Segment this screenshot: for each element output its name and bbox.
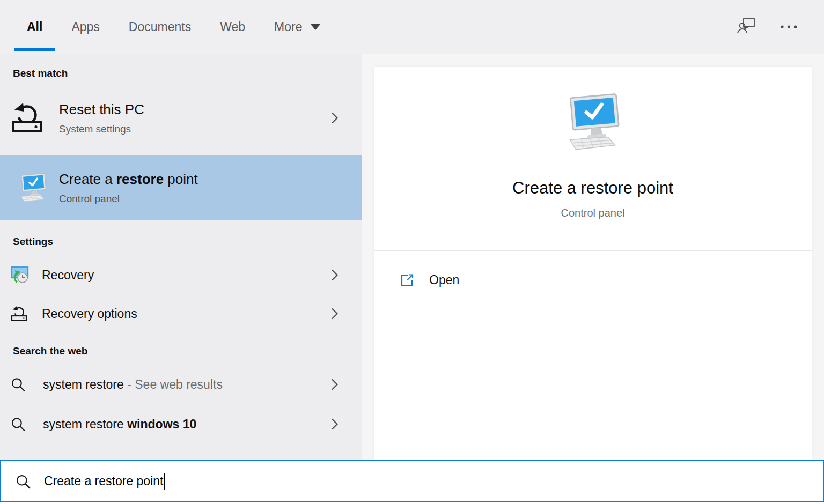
feedback-button[interactable] [736,17,755,36]
tab-documents-label: Documents [129,20,191,34]
tab-web[interactable]: Web [207,0,258,54]
preview-subtitle: Control panel [561,207,625,219]
settings-header: Settings [0,235,362,249]
search-input[interactable]: Create a restore point [0,460,824,502]
web-suggestion-windows-10[interactable]: system restore windows 10 [0,407,362,441]
search-icon [11,377,25,392]
chevron-right-icon [331,269,339,281]
tab-web-label: Web [220,20,245,34]
preview-panel: Create a restore point Control panel Ope… [374,67,812,460]
chevron-right-icon [331,379,339,391]
result-label: Recovery [42,268,94,283]
more-options-button[interactable] [780,25,798,29]
tab-apps[interactable]: Apps [58,0,112,54]
result-reset-this-pc[interactable]: Reset this PC System settings [0,80,362,155]
tab-more[interactable]: More [261,0,334,54]
result-recovery-options[interactable]: Recovery options [0,296,362,331]
chevron-right-icon [331,418,339,431]
open-action[interactable]: Open [374,265,812,295]
active-tab-indicator [14,48,55,51]
tabbar-right-actions [736,0,824,54]
text-cursor [164,473,165,490]
search-icon [16,474,31,489]
web-query: system restore - See web results [43,377,223,392]
divider [374,250,812,251]
tab-list: All Apps Documents Web More [14,0,334,54]
pc-check-icon [16,171,49,204]
open-external-icon [400,273,414,287]
search-input-value: Create a restore point [44,474,163,488]
result-recovery[interactable]: Recovery [0,257,362,293]
ellipsis-icon [780,25,798,29]
search-filter-tabbar: All Apps Documents Web More [0,0,824,54]
tab-more-label: More [274,20,302,34]
recovery-clock-icon [11,265,29,285]
preview-panel-background: Create a restore point Control panel Ope… [362,54,824,460]
reset-pc-icon [11,102,43,134]
tab-apps-label: Apps [71,20,99,34]
chevron-down-icon [310,24,321,30]
pc-check-icon [560,90,626,155]
result-label: Recovery options [42,307,137,321]
reset-pc-icon [11,306,27,322]
tab-all-label: All [27,20,42,34]
feedback-icon [736,17,755,36]
result-subtitle: System settings [59,123,362,135]
search-the-web-header: Search the web [0,344,362,358]
web-suggestion-see-results[interactable]: system restore - See web results [0,368,362,401]
result-create-restore-point[interactable]: Create a restore point Control panel [0,155,362,220]
open-label: Open [429,273,459,287]
results-list-panel: Best match Reset this PC System settings… [0,54,362,460]
best-match-header: Best match [0,54,362,80]
result-title: Create a restore point [59,171,362,188]
tab-all[interactable]: All [14,0,55,54]
search-icon [11,417,25,432]
preview-title: Create a restore point [512,179,673,198]
search-results-area: Best match Reset this PC System settings… [0,54,824,460]
chevron-right-icon [331,308,339,320]
result-title: Reset this PC [59,101,362,118]
tab-documents[interactable]: Documents [116,0,204,54]
chevron-right-icon [331,112,339,124]
windows-search-flyout: All Apps Documents Web More [0,0,824,504]
result-subtitle: Control panel [59,193,362,205]
web-query: system restore windows 10 [43,417,196,432]
